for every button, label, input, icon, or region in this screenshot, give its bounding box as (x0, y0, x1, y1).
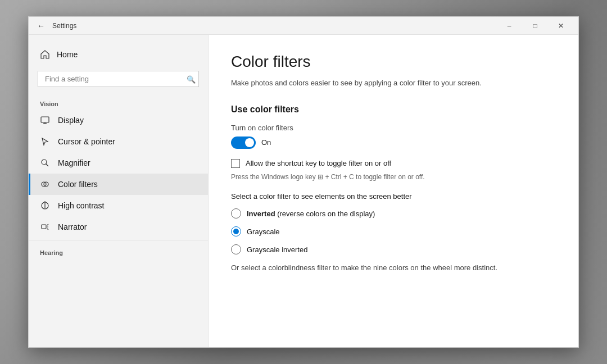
titlebar: ← Settings – □ ✕ (29, 17, 578, 35)
use-color-filters-title: Use color filters (231, 104, 556, 115)
grayscale-inverted-radio[interactable] (231, 244, 241, 254)
shortcut-checkbox-row: Allow the shortcut key to toggle filter … (231, 158, 556, 169)
sidebar-item-home[interactable]: Home (29, 44, 208, 65)
page-description: Make photos and colors easier to see by … (231, 78, 556, 89)
sidebar-item-display[interactable]: Display (29, 110, 208, 131)
toggle-row: On (231, 136, 556, 149)
home-label: Home (57, 50, 78, 59)
sidebar-item-magnifier[interactable]: Magnifier (29, 152, 208, 174)
main-content: Color filters Make photos and colors eas… (209, 35, 578, 347)
highcontrast-label: High contrast (58, 201, 104, 210)
svg-line-4 (46, 164, 48, 166)
sidebar-item-cursor[interactable]: Cursor & pointer (29, 131, 208, 152)
vision-section-label: Vision (29, 96, 208, 110)
sidebar: Home 🔍 Vision Display (29, 35, 209, 347)
window-body: Home 🔍 Vision Display (29, 35, 578, 347)
toggle-state-text: On (261, 138, 271, 147)
svg-point-3 (42, 160, 47, 165)
close-button[interactable]: ✕ (548, 17, 574, 35)
sidebar-item-colorfilters[interactable]: Color filters (29, 174, 208, 195)
display-label: Display (58, 116, 84, 125)
radio-grayscale-inverted[interactable]: Grayscale inverted (231, 244, 556, 254)
maximize-button[interactable]: □ (522, 17, 548, 35)
svg-rect-9 (42, 225, 46, 229)
colorfilters-label: Color filters (58, 180, 98, 189)
filter-select-desc: Select a color filter to see elements on… (231, 192, 556, 201)
display-icon (40, 115, 50, 125)
window-title: Settings (52, 22, 76, 30)
colorblind-hint: Or select a colorblindness filter to mak… (231, 262, 556, 274)
toggle-knob (245, 138, 254, 147)
sidebar-divider (29, 240, 208, 240)
window-controls: – □ ✕ (496, 17, 574, 35)
settings-window: ← Settings – □ ✕ Home 🔍 Vision (28, 16, 579, 348)
search-icon[interactable]: 🔍 (187, 75, 196, 83)
sidebar-item-narrator[interactable]: Narrator (29, 216, 208, 238)
search-box: 🔍 (38, 71, 199, 87)
radio-inverted[interactable]: Inverted (reverse colors on the display) (231, 208, 556, 219)
page-title: Color filters (231, 53, 556, 71)
narrator-icon (40, 222, 50, 232)
magnifier-label: Magnifier (58, 158, 90, 167)
inverted-label: Inverted (reverse colors on the display) (247, 210, 375, 218)
magnifier-icon (40, 158, 50, 168)
svg-rect-0 (41, 117, 49, 122)
shortcut-checkbox[interactable] (231, 159, 240, 168)
color-filter-toggle[interactable] (231, 136, 256, 149)
minimize-button[interactable]: – (496, 17, 522, 35)
back-button[interactable]: ← (33, 18, 49, 34)
hint-text-content: Press the Windows logo key ⊞ + Ctrl + C … (231, 173, 425, 181)
grayscale-radio[interactable] (231, 226, 241, 236)
grayscale-inverted-label: Grayscale inverted (247, 245, 307, 254)
hearing-section-label: Hearing (29, 243, 208, 258)
radio-grayscale[interactable]: Grayscale (231, 226, 556, 236)
grayscale-label: Grayscale (247, 228, 280, 236)
highcontrast-icon (40, 201, 50, 211)
search-input[interactable] (38, 71, 199, 87)
turn-on-label: Turn on color filters (231, 124, 556, 132)
svg-line-10 (47, 224, 48, 225)
cursor-label: Cursor & pointer (58, 137, 115, 146)
shortcut-hint: Press the Windows logo key ⊞ + Ctrl + C … (231, 173, 556, 181)
sidebar-item-highcontrast[interactable]: High contrast (29, 195, 208, 216)
svg-line-12 (47, 229, 48, 230)
shortcut-label: Allow the shortcut key to toggle filter … (246, 158, 391, 169)
inverted-radio[interactable] (231, 208, 241, 219)
narrator-label: Narrator (58, 222, 87, 231)
colorfilters-icon (40, 179, 50, 189)
home-icon (40, 49, 50, 60)
cursor-icon (40, 136, 50, 147)
